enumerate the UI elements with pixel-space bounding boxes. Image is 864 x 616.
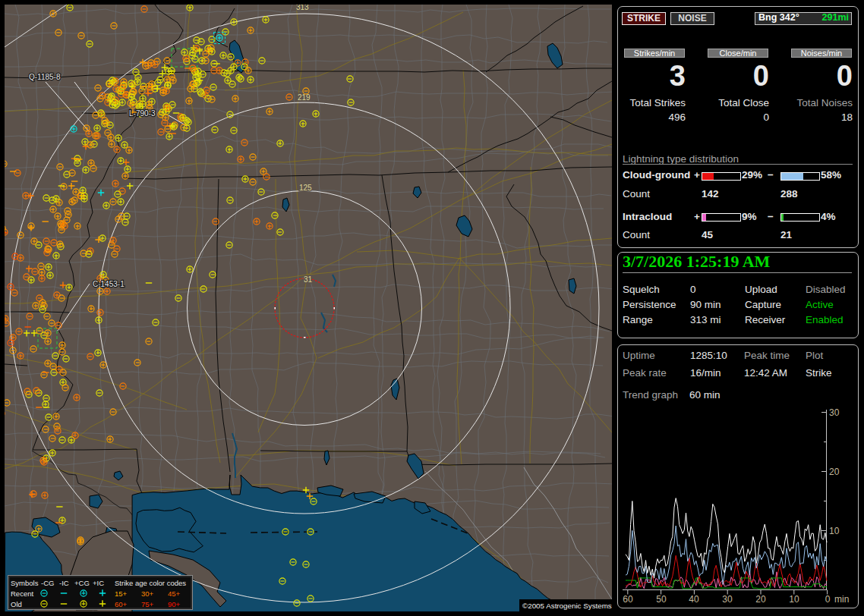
svg-text:Recent: Recent xyxy=(11,589,33,598)
svg-text:20: 20 xyxy=(829,467,840,477)
svg-text:0: 0 xyxy=(825,594,831,605)
svg-text:40: 40 xyxy=(689,594,699,605)
svg-text:min: min xyxy=(834,594,849,605)
svg-text:15+: 15+ xyxy=(115,589,128,598)
svg-text:313: 313 xyxy=(296,5,309,11)
svg-text:10: 10 xyxy=(829,526,840,536)
svg-text:-CG: -CG xyxy=(41,579,54,587)
svg-text:20: 20 xyxy=(755,594,766,605)
svg-text:50: 50 xyxy=(656,594,667,605)
svg-text:219: 219 xyxy=(298,93,311,102)
svg-text:75+: 75+ xyxy=(141,600,154,608)
svg-text:+IC: +IC xyxy=(93,579,104,587)
svg-text:Old: Old xyxy=(11,600,22,608)
svg-text:Symbols: Symbols xyxy=(11,579,39,587)
svg-text:10: 10 xyxy=(789,594,799,605)
svg-text:+CG: +CG xyxy=(74,579,90,587)
svg-text:30: 30 xyxy=(829,407,840,418)
svg-text:45+: 45+ xyxy=(168,589,181,598)
svg-text:Strike age color codes: Strike age color codes xyxy=(115,579,186,587)
svg-text:125: 125 xyxy=(299,184,312,192)
svg-text:-IC: -IC xyxy=(59,579,69,587)
svg-text:30+: 30+ xyxy=(141,589,154,598)
svg-text:60: 60 xyxy=(623,594,633,605)
svg-text:C-1453-1: C-1453-1 xyxy=(93,280,125,288)
svg-text:Q-1185-8: Q-1185-8 xyxy=(29,73,61,81)
svg-text:©2005 Astrogenic Systems: ©2005 Astrogenic Systems xyxy=(522,602,612,610)
svg-text:L-790-3: L-790-3 xyxy=(129,109,156,118)
svg-text:60+: 60+ xyxy=(115,600,128,608)
svg-text:30: 30 xyxy=(722,594,733,605)
svg-text:90+: 90+ xyxy=(168,600,181,608)
svg-text:31: 31 xyxy=(304,275,313,284)
